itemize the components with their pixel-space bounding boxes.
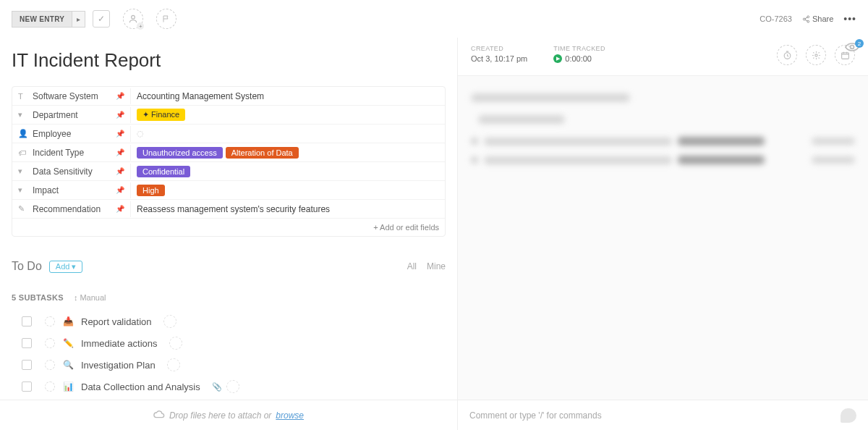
employee-value[interactable]: ◌	[131, 126, 445, 141]
created-label: CREATED	[471, 45, 527, 52]
subtask-emoji: 📊	[62, 381, 74, 392]
incident-type-value[interactable]: Unauthorized accessAlteration of Data	[131, 144, 445, 161]
text-icon: ✎	[18, 204, 28, 214]
todo-title: To Do	[12, 260, 42, 273]
custom-fields-table: TSoftware System📌 Accounting Management …	[12, 86, 446, 237]
pin-icon[interactable]: 📌	[116, 167, 124, 175]
assignee-icon[interactable]	[163, 315, 176, 328]
tag-icon: 🏷	[18, 148, 28, 157]
subtask-status-icon[interactable]	[45, 316, 55, 326]
browse-link[interactable]: browse	[276, 410, 304, 421]
pin-icon[interactable]: 📌	[116, 205, 124, 213]
person-icon: 👤	[18, 129, 28, 138]
filter-mine[interactable]: Mine	[427, 261, 446, 271]
send-comment-icon[interactable]	[841, 408, 856, 423]
assignee-icon[interactable]	[167, 358, 180, 371]
subtask-checkbox[interactable]	[22, 381, 32, 392]
time-tracker[interactable]: ▶0:00:00	[553, 54, 605, 63]
pin-icon[interactable]: 📌	[116, 148, 124, 156]
svg-point-0	[132, 15, 135, 19]
created-value: Oct 3, 10:17 pm	[471, 54, 527, 63]
timer-icon[interactable]	[777, 45, 797, 65]
subtask-emoji: 🔍	[62, 360, 74, 370]
subtask-status-icon[interactable]	[45, 338, 55, 348]
pin-icon[interactable]: 📌	[116, 186, 124, 194]
subtask-row[interactable]: ✏️ Immediate actions	[12, 332, 446, 354]
subtasks-count: 5 SUBTASKS	[12, 293, 64, 302]
subtask-emoji: 📥	[62, 316, 74, 326]
assignee-icon[interactable]	[226, 380, 239, 393]
text-icon: T	[18, 92, 28, 101]
comment-input[interactable]: Comment or type '/' for commands	[457, 400, 868, 430]
recommendation-value[interactable]: Reassess management system's security fe…	[131, 201, 445, 217]
svg-point-2	[803, 18, 805, 20]
software-system-value[interactable]: Accounting Management System	[131, 88, 445, 104]
subtask-row[interactable]: 📊 Data Collection and Analysis 📎	[12, 376, 446, 397]
dropdown-icon: ▾	[18, 110, 28, 119]
cloud-icon	[153, 410, 165, 421]
task-id: CO-7263	[760, 14, 792, 23]
add-edit-fields-link[interactable]: + Add or edit fields	[12, 219, 445, 236]
svg-point-5	[814, 54, 817, 56]
svg-point-1	[807, 15, 809, 17]
more-menu[interactable]: •••	[843, 13, 856, 25]
file-drop-zone[interactable]: Drop files here to attach or browse	[0, 400, 457, 430]
page-title[interactable]: IT Incident Report	[12, 49, 446, 72]
filter-all[interactable]: All	[407, 261, 417, 271]
dropdown-icon: ▾	[18, 166, 28, 176]
subtask-status-icon[interactable]	[45, 381, 55, 392]
time-tracked-label: TIME TRACKED	[553, 45, 605, 52]
new-entry-dropdown[interactable]: ▸	[72, 11, 85, 28]
dropdown-icon: ▾	[18, 185, 28, 195]
subtask-checkbox[interactable]	[22, 338, 32, 348]
flag-icon[interactable]	[156, 9, 176, 29]
watchers-button[interactable]: 2	[845, 42, 859, 55]
subtask-checkbox[interactable]	[22, 316, 32, 326]
data-sensitivity-value[interactable]: Confidential	[131, 163, 445, 180]
pin-icon[interactable]: 📌	[116, 111, 124, 119]
subtask-list: 📥 Report validation ✏️ Immediate actions…	[12, 311, 446, 400]
subtask-emoji: ✏️	[62, 338, 74, 348]
svg-point-7	[851, 46, 854, 49]
pin-icon[interactable]: 📌	[116, 130, 124, 138]
subtask-row[interactable]: 📥 Report validation	[12, 311, 446, 332]
attachment-icon: 📎	[212, 382, 222, 392]
svg-point-3	[807, 20, 809, 22]
assignee-icon[interactable]	[169, 337, 182, 350]
gear-icon[interactable]	[806, 45, 826, 65]
subtask-checkbox[interactable]	[22, 360, 32, 370]
subtask-status-icon[interactable]	[45, 360, 55, 370]
activity-feed	[458, 76, 868, 192]
assignee-icon[interactable]: +	[123, 9, 143, 29]
pin-icon[interactable]: 📌	[116, 92, 124, 100]
add-subtask-button[interactable]: Add ▾	[49, 261, 83, 273]
mark-complete-button[interactable]: ✓	[93, 10, 110, 28]
impact-value[interactable]: High	[131, 182, 445, 199]
share-button[interactable]: Share	[802, 14, 833, 23]
department-value[interactable]: ✦ Finance	[131, 106, 445, 124]
play-icon: ▶	[553, 54, 562, 63]
new-entry-button[interactable]: NEW ENTRY	[12, 11, 72, 28]
plus-icon: +	[137, 22, 144, 30]
loader-icon: ◌	[137, 129, 144, 138]
subtask-row[interactable]: 🔍 Investigation Plan	[12, 354, 446, 376]
watchers-count: 2	[855, 39, 864, 48]
sort-button[interactable]: ↕ Manual	[74, 293, 106, 302]
